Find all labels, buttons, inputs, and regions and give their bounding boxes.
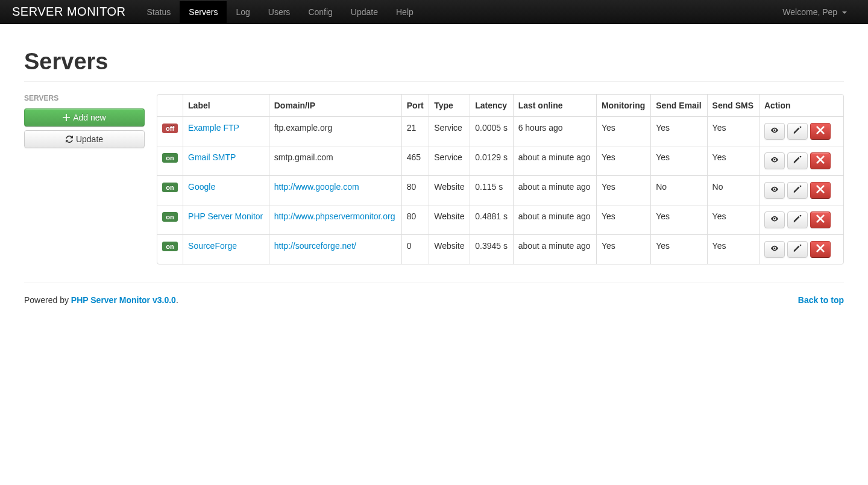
close-icon [816,126,825,136]
domain-cell: http://www.phpservermonitor.org [269,205,401,234]
status-cell: off [157,116,183,146]
col-domain: Domain/IP [269,95,401,116]
port-cell: 21 [401,116,429,146]
edit-button[interactable] [787,152,808,169]
server-label-link[interactable]: PHP Server Monitor [188,211,263,221]
monitoring-cell: Yes [596,146,650,175]
nav-user[interactable]: Welcome, Pep [773,1,856,23]
table-row: offExample FTPftp.example.org21Service0.… [157,116,843,146]
footer-period: . [176,295,178,305]
latency-cell: 0.115 s [470,175,512,205]
table-row: onGmail SMTPsmtp.gmail.com465Service0.01… [157,146,843,175]
view-button[interactable] [764,182,785,199]
sidebar: SERVERS Add new Update [24,94,157,264]
label-cell: Example FTP [183,116,269,146]
col-port: Port [401,95,429,116]
domain-link[interactable]: http://sourceforge.net/ [274,241,356,251]
last-online-cell: about a minute ago [513,175,596,205]
caret-down-icon [842,11,847,14]
view-button[interactable] [764,211,785,228]
send-email-cell: Yes [650,146,706,175]
refresh-icon [66,136,73,143]
nav-item-config[interactable]: Config [299,1,341,23]
domain-cell: ftp.example.org [269,116,401,146]
nav-link[interactable]: Config [299,1,341,23]
nav-item-update[interactable]: Update [342,1,387,23]
eye-icon [770,185,779,195]
eye-icon [770,126,779,136]
table-row: onGooglehttp://www.google.com80Website0.… [157,175,843,205]
nav-link[interactable]: Log [227,1,259,23]
domain-link[interactable]: http://www.phpservermonitor.org [274,211,395,221]
nav-link[interactable]: Status [138,1,180,23]
view-button[interactable] [764,152,785,169]
status-cell: on [157,175,183,205]
type-cell: Service [429,116,470,146]
status-cell: on [157,146,183,175]
server-label-link[interactable]: SourceForge [188,241,237,251]
pencil-icon [793,126,802,136]
nav-link[interactable]: Users [259,1,300,23]
close-icon [816,214,825,225]
delete-button[interactable] [810,241,831,258]
nav-item-status[interactable]: Status [138,1,180,23]
delete-button[interactable] [810,123,831,140]
edit-button[interactable] [787,123,808,140]
delete-button[interactable] [810,211,831,228]
nav-item-log[interactable]: Log [227,1,259,23]
footer: Powered by PHP Server Monitor v3.0.0. Ba… [24,283,844,317]
back-to-top-link[interactable]: Back to top [798,295,844,305]
col-send-sms: Send SMS [707,95,759,116]
add-new-label: Add new [73,111,105,124]
nav-link[interactable]: Update [342,1,387,23]
action-cell [759,146,843,175]
send-email-cell: Yes [650,116,706,146]
action-cell [759,175,843,205]
port-cell: 0 [401,234,429,264]
update-button[interactable]: Update [24,130,145,148]
col-label: Label [183,95,269,116]
col-last-online: Last online [513,95,596,116]
last-online-cell: 6 hours ago [513,116,596,146]
edit-button[interactable] [787,211,808,228]
view-button[interactable] [764,241,785,258]
nav-item-users[interactable]: Users [259,1,300,23]
port-cell: 80 [401,205,429,234]
monitoring-cell: Yes [596,116,650,146]
type-cell: Service [429,146,470,175]
nav-link[interactable]: Servers [180,1,227,23]
col-type: Type [429,95,470,116]
update-label: Update [76,133,103,145]
footer-left: Powered by PHP Server Monitor v3.0.0. [24,295,178,305]
nav-item-help[interactable]: Help [387,1,423,23]
label-cell: Google [183,175,269,205]
sidebar-heading: SERVERS [24,94,145,102]
product-link[interactable]: PHP Server Monitor v3.0.0 [71,295,176,305]
close-icon [816,244,825,254]
edit-button[interactable] [787,182,808,199]
port-cell: 80 [401,175,429,205]
action-cell [759,205,843,234]
send-email-cell: Yes [650,234,706,264]
status-cell: on [157,205,183,234]
nav-link[interactable]: Help [387,1,423,23]
status-badge: on [162,212,177,222]
nav-item-servers[interactable]: Servers [180,1,227,23]
close-icon [816,185,825,195]
nav-user-link[interactable]: Welcome, Pep [773,1,856,23]
navbar: SERVER MONITOR StatusServersLogUsersConf… [0,0,868,24]
server-label-link[interactable]: Example FTP [188,123,239,133]
delete-button[interactable] [810,152,831,169]
latency-cell: 0.4881 s [470,205,512,234]
add-new-button[interactable]: Add new [24,108,145,127]
server-label-link[interactable]: Gmail SMTP [188,152,236,162]
monitoring-cell: Yes [596,175,650,205]
delete-button[interactable] [810,182,831,199]
last-online-cell: about a minute ago [513,146,596,175]
edit-button[interactable] [787,241,808,258]
server-label-link[interactable]: Google [188,182,215,192]
status-badge: off [162,124,178,133]
domain-link[interactable]: http://www.google.com [274,182,359,192]
view-button[interactable] [764,123,785,140]
monitoring-cell: Yes [596,234,650,264]
